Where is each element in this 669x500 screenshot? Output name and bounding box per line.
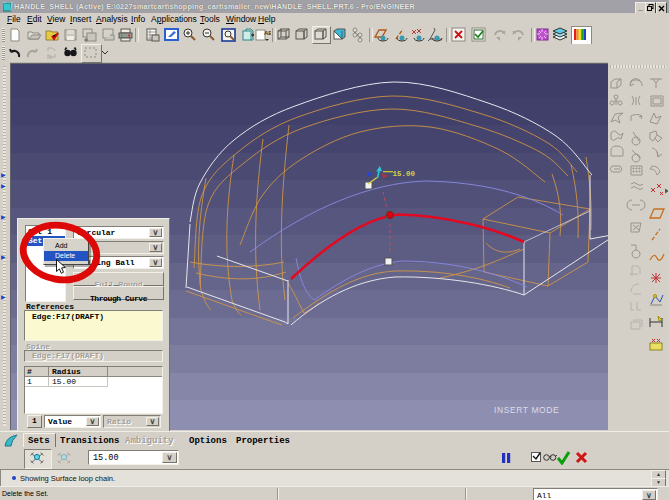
svg-text:AB: AB [264, 30, 271, 36]
svg-text:15.00: 15.00 [393, 170, 416, 178]
